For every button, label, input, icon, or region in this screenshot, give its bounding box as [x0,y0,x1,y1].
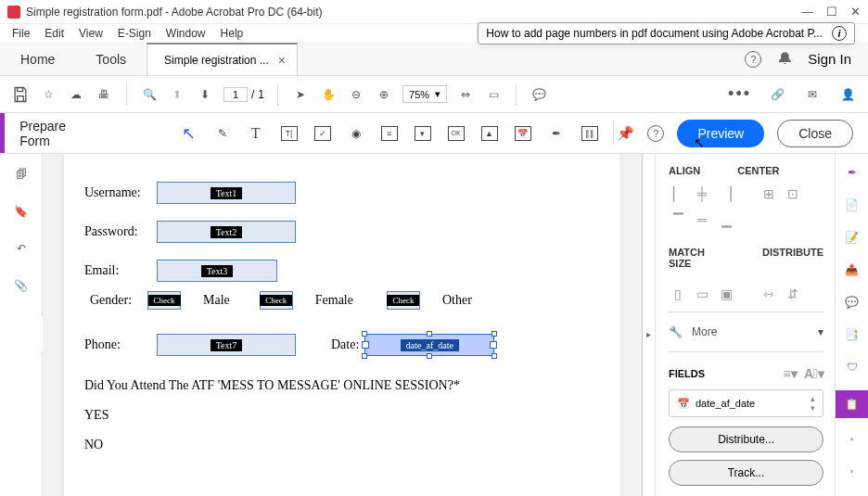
radio-tool-icon[interactable]: ◉ [346,123,366,144]
fit-page-icon[interactable]: ▭ [484,85,503,104]
signature-tool-icon[interactable]: ✒ [546,123,567,144]
distribute-button[interactable]: Distribute... [669,426,823,452]
align-middle-icon[interactable]: ═ [693,211,711,228]
female-checkbox[interactable]: Check [260,291,293,310]
button-tool-icon[interactable]: OK [446,123,466,144]
sign-icon[interactable]: ✒ [843,163,862,182]
maximize-button[interactable]: ☐ [826,5,837,19]
page-up-icon[interactable]: ⬆ [168,85,186,104]
other-checkbox[interactable]: Check [387,291,420,310]
minimize-button[interactable]: — [801,5,813,19]
password-field[interactable]: Text2 [157,221,296,243]
attachment-icon[interactable]: 📎 [12,276,31,295]
select-tool-icon[interactable]: ↖ [179,123,199,144]
menu-view[interactable]: View [72,27,109,40]
save-icon[interactable] [11,85,30,104]
center-v-icon[interactable]: ⊡ [784,185,802,202]
menu-edit[interactable]: Edit [38,27,70,40]
comment-icon[interactable]: 💬 [530,85,548,104]
zoom-in-icon[interactable]: ⊕ [375,85,393,104]
menu-file[interactable]: File [6,27,36,40]
zoom-out-icon[interactable]: ⊖ [347,85,365,104]
align-left-icon[interactable]: ▏ [669,185,687,202]
mail-icon[interactable]: ✉ [803,85,822,104]
print-icon[interactable]: 🖶 [95,85,113,104]
image-tool-icon[interactable]: ▲ [479,123,500,144]
tab-home[interactable]: Home [0,43,75,75]
track-button[interactable]: Track... [669,460,823,486]
cloud-icon[interactable]: ☁ [67,85,85,104]
align-right-icon[interactable]: ▕ [717,185,735,202]
tab-tools[interactable]: Tools [75,43,147,75]
phone-label: Phone: [84,337,157,352]
collapse-right-button[interactable]: ▸ [642,154,655,496]
info-icon[interactable]: i [832,26,847,41]
create-pdf-icon[interactable]: 📄 [843,196,862,214]
hand-icon[interactable]: ✋ [319,85,338,104]
email-field[interactable]: Text3 [157,260,277,282]
field-item-caret-icon[interactable]: ▴▾ [811,394,815,413]
preview-button[interactable]: Preview ↖ [677,120,764,147]
menu-help[interactable]: Help [214,27,250,40]
date-tool-icon[interactable]: 📅 [513,123,533,144]
star-icon[interactable]: ☆ [39,85,57,104]
match-both-icon[interactable]: ▣ [717,286,735,302]
close-button[interactable]: Close [777,120,853,147]
tab-document[interactable]: Simple registration ... × [147,43,298,75]
align-top-icon[interactable]: ▔ [669,211,687,228]
pdf-page[interactable]: Username: Text1 Password: Text2 Email: T… [64,154,620,496]
comment-tool-icon[interactable]: 💬 [843,293,862,312]
sign-in-button[interactable]: Sign In [808,51,851,67]
textfield-tool-icon[interactable]: T| [279,123,300,144]
expand-up-icon[interactable]: ˄ [843,432,862,451]
undo-icon[interactable]: ↶ [12,239,31,258]
username-field[interactable]: Text1 [157,182,296,204]
more-button[interactable]: 🔧 More ▾ [669,325,823,338]
center-h-icon[interactable]: ⊞ [760,185,778,202]
list-tool-icon[interactable]: ≡ [379,123,400,144]
barcode-tool-icon[interactable]: ∥∥ [580,123,600,144]
account-icon[interactable]: 👤 [838,85,857,104]
pin-icon[interactable]: 📌 [617,125,634,142]
bookmark-icon[interactable]: 🔖 [12,202,31,221]
text-tool-icon[interactable]: T [246,123,266,144]
dropdown-tool-icon[interactable]: ▾ [413,123,433,144]
magnify-icon[interactable]: 🔍 [140,85,159,104]
protect-icon[interactable]: 🛡 [843,358,862,376]
phone-field[interactable]: Text7 [157,334,296,356]
field-list-item[interactable]: 📅 date_af_date ▴▾ [669,389,823,417]
export-pdf-icon[interactable]: 📤 [843,261,862,279]
prepare-form-tool-active[interactable]: 📋 [836,390,869,418]
menu-window[interactable]: Window [160,27,212,40]
more-icon[interactable]: ••• [728,84,751,104]
close-window-button[interactable]: ✕ [850,5,861,19]
match-h-icon[interactable]: ▭ [693,286,711,302]
expand-down-icon[interactable]: ˅ [843,464,862,483]
cursor-icon: ↖ [694,135,705,150]
dist-v-icon[interactable]: ⇵ [784,286,802,302]
match-w-icon[interactable]: ▯ [669,286,687,302]
organize-icon[interactable]: 📑 [843,325,862,344]
bell-icon[interactable]: 🔔︎ [776,51,793,68]
page-number-input[interactable] [223,87,248,102]
fit-width-icon[interactable]: ⇔ [456,85,475,104]
az-icon[interactable]: Aͣ▾ [805,365,823,382]
male-checkbox[interactable]: Check [147,291,181,310]
align-bottom-icon[interactable]: ▁ [717,211,735,228]
link-icon[interactable]: 🔗 [768,85,786,104]
align-center-icon[interactable]: ╪ [693,185,711,202]
page-down-icon[interactable]: ⬇ [196,85,214,104]
thumbnails-icon[interactable]: 🗐 [12,165,31,184]
menu-esign[interactable]: E-Sign [111,27,158,40]
dist-h-icon[interactable]: ⇿ [760,286,778,302]
pointer-icon[interactable]: ➤ [291,85,310,104]
checkbox-tool-icon[interactable]: ✓ [313,123,333,144]
close-tab-icon[interactable]: × [278,53,286,68]
zoom-select[interactable]: 75%▾ [402,85,447,103]
form-help-icon[interactable]: ? [647,125,664,142]
help-icon[interactable]: ? [745,51,761,68]
edit-tool-icon[interactable]: ✎ [212,123,233,144]
edit-pdf-icon[interactable]: 📝 [843,228,862,247]
sort-icon[interactable]: ≡▾ [781,365,799,382]
date-field-selected[interactable]: date_af_date [364,334,494,356]
